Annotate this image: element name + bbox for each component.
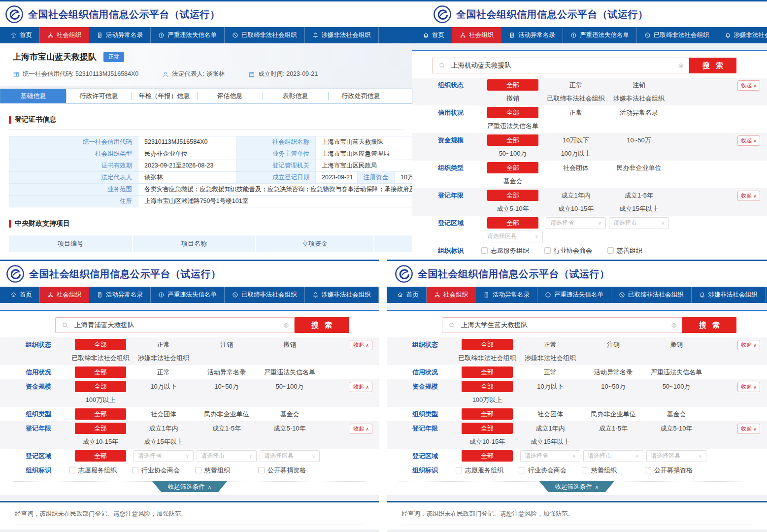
search-button[interactable]: 搜 索 [682,317,736,333]
filter-option[interactable]: 注销 [633,81,645,90]
nav-item-1[interactable]: 社会组织 [452,27,501,43]
filter-option[interactable]: 撤销 [670,340,683,349]
collapse-filters-button[interactable]: 收起筛选条件 [539,481,614,492]
filter-checkbox-item[interactable]: 行业协会商会 [132,464,195,477]
nav-item-1[interactable]: 社会组织 [40,27,89,43]
nav-item-1[interactable]: 社会组织 [40,287,89,303]
filter-option[interactable]: 成立15年以上 [619,204,658,213]
collapse-row-button[interactable]: 收起 [737,424,760,434]
filter-option-all[interactable]: 全部 [75,339,126,350]
filter-option-all[interactable]: 全部 [487,79,538,91]
filter-checkbox-item[interactable]: 志愿服务组织 [69,464,132,477]
filter-option-all[interactable]: 全部 [75,366,126,378]
filter-option[interactable]: 严重违法失信名单 [264,368,315,377]
region-select-0[interactable]: 请选择省 [546,217,606,229]
filter-option[interactable]: 成立1年内 [535,424,565,433]
filter-option[interactable]: 10万以下 [150,382,176,391]
filter-option[interactable]: 成立1年内 [561,191,590,200]
filter-option[interactable]: 基金会 [280,410,300,419]
filter-option-all[interactable]: 全部 [75,423,126,434]
collapse-row-button[interactable]: 收起 [737,340,760,350]
filter-option[interactable]: 成立10-15年 [83,437,118,446]
filter-option[interactable]: 民办非企业单位 [617,164,662,172]
filter-option[interactable]: 民办非企业单位 [204,410,249,419]
filter-option[interactable]: 撤销 [283,340,296,349]
tab-1[interactable]: 行政许可信息 [66,89,132,103]
filter-checkbox-item[interactable]: 公开募捐资格 [258,464,321,477]
filter-option[interactable]: 成立5-10年 [273,424,305,433]
filter-option[interactable]: 已取缔非法社会组织 [459,354,516,363]
collapse-row-button[interactable]: 收起 [350,340,372,350]
clear-search-icon[interactable]: ⊗ [671,322,677,329]
nav-item-3[interactable]: 严重违法失信名单 [151,27,225,43]
region-select-0[interactable]: 请选择省 [133,450,194,462]
filter-option[interactable]: 50~100万 [276,382,304,391]
nav-item-0[interactable]: 首页 [415,27,452,43]
filter-option-all[interactable]: 全部 [75,381,126,392]
filter-option[interactable]: 撤销 [506,94,519,103]
checkbox-icon[interactable] [258,467,265,473]
filter-option[interactable]: 注销 [220,340,233,349]
filter-option[interactable]: 10~50万 [627,136,651,145]
collapse-row-button[interactable]: 收起 [737,382,760,392]
nav-item-3[interactable]: 严重违法失信名单 [563,27,637,43]
nav-item-2[interactable]: 活动异常名录 [501,27,563,43]
filter-option[interactable]: 成立5-10年 [660,424,692,433]
filter-option[interactable]: 正常 [157,340,170,349]
nav-item-2[interactable]: 活动异常名录 [89,287,151,303]
filter-option-all[interactable]: 全部 [462,381,513,392]
filter-option[interactable]: 涉嫌非法社会组织 [613,94,665,103]
filter-checkbox-item[interactable]: 行业协会商会 [544,244,607,257]
filter-option-all[interactable]: 全部 [462,450,513,462]
clear-search-icon[interactable]: ⊗ [678,62,684,69]
checkbox-icon[interactable] [519,467,525,473]
search-input[interactable] [455,322,671,329]
nav-item-3[interactable]: 严重违法失信名单 [537,287,611,303]
filter-option[interactable]: 涉嫌非法社会组织 [138,354,189,363]
filter-option[interactable]: 已取缔非法社会组织 [547,94,605,103]
filter-option[interactable]: 基金会 [503,177,523,186]
filter-option[interactable]: 社会团体 [563,164,589,172]
collapse-row-button[interactable]: 收起 [737,135,760,146]
nav-item-4[interactable]: 已取缔非法社会组织 [637,27,717,43]
filter-option[interactable]: 已取缔非法社会组织 [72,354,130,363]
filter-option-all[interactable]: 全部 [462,366,513,378]
filter-option[interactable]: 成立10-15年 [558,204,594,213]
filter-checkbox-item[interactable]: 慈善组织 [195,464,258,477]
checkbox-icon[interactable] [132,467,138,473]
filter-option[interactable]: 严重违法失信名单 [487,122,538,131]
filter-option[interactable]: 成立1年内 [149,424,178,433]
checkbox-icon[interactable] [456,467,462,473]
filter-option[interactable]: 成立10-15年 [469,437,505,446]
filter-option-all[interactable]: 全部 [487,217,538,229]
filter-checkbox-item[interactable]: 行业协会商会 [519,464,582,477]
filter-option[interactable]: 10~50万 [214,382,239,391]
filter-option-all[interactable]: 全部 [462,339,513,350]
tab-2[interactable]: 年检（年报）信息 [132,89,197,103]
nav-item-4[interactable]: 已取缔非法社会组织 [225,287,305,303]
checkbox-icon[interactable] [195,467,201,473]
filter-option-all[interactable]: 全部 [75,408,126,420]
filter-option-all[interactable]: 全部 [462,423,513,434]
tab-4[interactable]: 表彰信息 [263,89,328,103]
filter-option[interactable]: 成立1-5年 [599,424,628,433]
clear-search-icon[interactable]: ⊗ [283,322,289,329]
filter-option[interactable]: 注销 [607,340,620,349]
checkbox-icon[interactable] [582,467,588,473]
tab-0[interactable]: 基础信息 [0,89,66,103]
filter-option[interactable]: 10万以下 [537,382,563,391]
filter-option[interactable]: 成立1-5年 [625,191,653,200]
nav-item-0[interactable]: 首页 [3,27,40,43]
collapse-row-button[interactable]: 收起 [737,191,760,201]
search-button[interactable]: 搜 索 [689,58,736,73]
nav-item-5[interactable]: 涉嫌非法社会组织 [305,27,379,43]
filter-option-all[interactable]: 全部 [75,450,126,462]
nav-item-1[interactable]: 社会组织 [427,287,476,303]
filter-option-all[interactable]: 全部 [462,408,513,420]
filter-option[interactable]: 50~100万 [499,149,527,158]
filter-option-all[interactable]: 全部 [487,107,538,118]
nav-item-3[interactable]: 严重违法失信名单 [151,287,225,303]
filter-option[interactable]: 民办非企业单位 [591,410,636,419]
search-input[interactable] [445,62,678,69]
nav-item-0[interactable]: 首页 [3,287,40,303]
